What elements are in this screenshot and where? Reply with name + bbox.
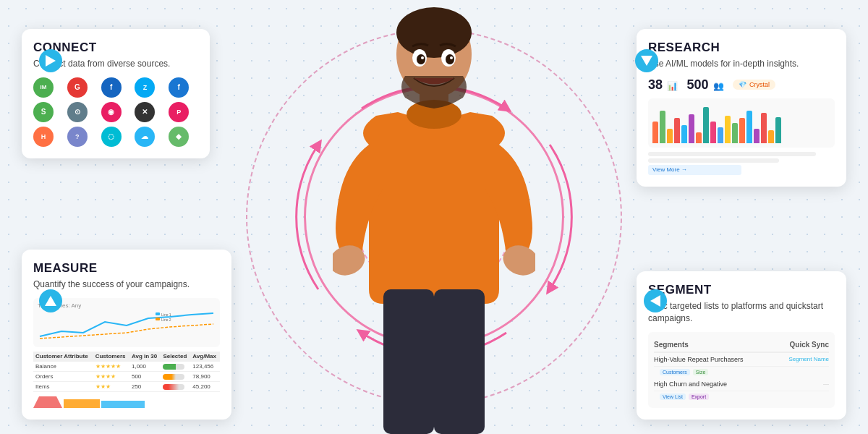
segment-options-1: Customers Size <box>660 367 829 378</box>
research-description: Use AI/ML models for in-depth insights. <box>648 58 835 70</box>
svg-text:Line 1: Line 1 <box>161 312 171 317</box>
measure-section-icon <box>39 289 62 312</box>
table-header-customers: Customers <box>93 352 129 362</box>
bar-2 <box>660 111 665 143</box>
segment-table-header: Segments Quick Sync <box>654 338 829 353</box>
table-header-selected: Selected <box>161 352 190 362</box>
bar-8 <box>703 107 709 143</box>
segment-col-label: Segments <box>654 341 689 349</box>
bar-11 <box>725 116 731 143</box>
arrow-down-icon <box>641 56 652 66</box>
option-badge[interactable]: Size <box>693 369 709 375</box>
research-chart-container <box>648 98 835 148</box>
segment-row-2: High Churn and Negative — <box>654 378 829 391</box>
bar-16 <box>761 113 767 143</box>
bar-5 <box>681 125 687 143</box>
bar-3 <box>667 129 673 143</box>
svg-point-8 <box>499 241 535 281</box>
segment-action-2: — <box>823 380 829 388</box>
measure-title: MEASURE <box>33 261 220 276</box>
bar-chart-icon: 📊 <box>667 81 678 91</box>
integration-zendesk: Z <box>135 77 155 98</box>
bar-14 <box>746 111 752 143</box>
arrow-up-icon <box>45 296 56 306</box>
integration-facebook: f <box>169 77 189 98</box>
svg-rect-0 <box>156 312 160 315</box>
bar-12 <box>732 123 738 143</box>
people-icon: 👥 <box>713 81 724 91</box>
integration-im: IM <box>33 77 54 98</box>
view-list-btn[interactable]: View List <box>660 393 686 400</box>
play-icon <box>46 55 56 67</box>
bar-10 <box>718 127 723 143</box>
svg-point-12 <box>417 54 425 64</box>
research-mini-bars <box>652 107 830 143</box>
line-chart: Line 1 Line 2 <box>38 311 216 340</box>
research-section-icon <box>635 49 658 72</box>
integrations-grid: IM G f Z f S ⊙ ◉ ✕ P H ? ◌ ☁ ◆ <box>33 77 198 147</box>
crystal-badge: 💎 Crystal <box>733 80 775 90</box>
table-header-avg: Avg in 30 <box>129 352 161 362</box>
bar-17 <box>768 130 774 143</box>
segment-description: Sync targeted lists to platforms and qui… <box>648 300 835 325</box>
svg-point-5 <box>396 7 472 58</box>
svg-point-14 <box>421 56 424 59</box>
bar-1 <box>652 122 658 143</box>
svg-rect-2 <box>156 318 160 320</box>
integration-app: ◆ <box>169 127 189 147</box>
integration-unknown: ? <box>67 127 88 147</box>
segment-card: SEGMENT Sync targeted lists to platforms… <box>637 271 846 420</box>
integration-meta: f <box>101 77 122 98</box>
svg-rect-16 <box>383 289 434 434</box>
stat-38: 38 📊 <box>648 77 678 93</box>
segment-col-action: Quick Sync <box>790 341 829 349</box>
integration-more: ◌ <box>101 127 122 147</box>
svg-point-7 <box>333 241 369 281</box>
bar-13 <box>739 118 745 143</box>
person-figure <box>333 0 535 434</box>
view-more-link[interactable]: View More → <box>652 166 687 173</box>
integration-slack: S <box>33 102 54 122</box>
bar-18 <box>775 117 781 143</box>
research-stats: 38 📊 500 👥 💎 Crystal <box>648 77 835 93</box>
svg-point-13 <box>446 54 454 64</box>
bar-9 <box>710 122 716 143</box>
chart-title: Time Series: Any <box>38 302 216 309</box>
connect-card: CONNECT Connect data from diverse source… <box>22 29 210 158</box>
svg-point-15 <box>450 56 453 59</box>
svg-text:Line 2: Line 2 <box>161 318 171 322</box>
arrow-left-icon <box>650 295 660 307</box>
integration-pinterest: P <box>169 102 189 122</box>
segment-section-icon <box>644 289 667 312</box>
integration-google: G <box>67 77 88 98</box>
integration-hubspot: H <box>33 127 54 147</box>
integration-hub: ◉ <box>101 102 122 122</box>
bar-15 <box>754 129 760 143</box>
connect-section-icon <box>39 49 62 72</box>
integration-x: ✕ <box>135 102 155 122</box>
segment-title: SEGMENT <box>648 283 835 297</box>
measure-description: Quantify the success of your campaigns. <box>33 278 220 291</box>
segment-table-container: Segments Quick Sync High-Value Repeat Pu… <box>648 332 835 408</box>
stat-500: 500 👥 <box>686 77 724 93</box>
research-insights-text: View More → <box>648 152 835 175</box>
export-btn[interactable]: Export <box>689 393 709 400</box>
segment-action-1: Segment Name <box>788 356 829 363</box>
crystal-icon: 💎 <box>739 81 746 88</box>
research-title: RESEARCH <box>648 41 835 55</box>
bar-7 <box>696 132 702 143</box>
segment-row-1: High-Value Repeat Purchasers Segment Nam… <box>654 353 829 367</box>
svg-rect-17 <box>434 289 485 434</box>
bar-4 <box>674 118 680 143</box>
segment-name-2: High Churn and Negative <box>654 380 727 388</box>
segment-name-1: High-Value Repeat Purchasers <box>654 356 743 363</box>
pyramid-chart <box>33 396 220 408</box>
table-row: Balance ★★★★★ 1,000 123,456 <box>33 362 220 372</box>
research-card: RESEARCH Use AI/ML models for in-depth i… <box>637 29 846 187</box>
bar-6 <box>689 114 694 143</box>
table-row: Orders ★★★★ 500 78,900 <box>33 372 220 382</box>
table-header-metric: Avg/Max <box>190 352 220 362</box>
integration-cloud: ☁ <box>135 127 155 147</box>
option-badge[interactable]: Customers <box>660 369 690 375</box>
person-svg <box>333 0 535 434</box>
